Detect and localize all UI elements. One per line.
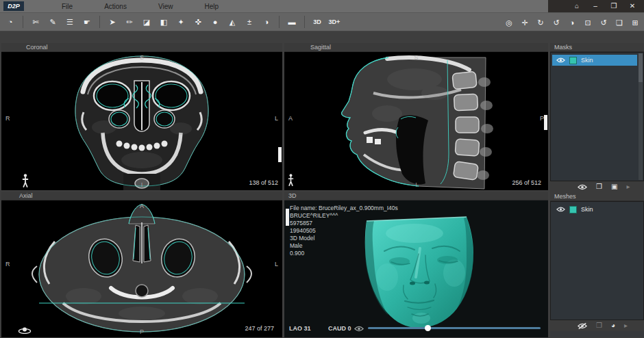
view-3d-add-button[interactable]: 3D+: [327, 16, 341, 28]
meshes-list: Skin: [550, 201, 644, 320]
mask-color-swatch[interactable]: [569, 57, 577, 64]
model-opacity-slider[interactable]: [368, 327, 541, 329]
sagittal-ct-image: [284, 52, 548, 190]
contour-pen-tool-icon[interactable]: ✎: [46, 16, 60, 28]
threshold-seed-tool-icon[interactable]: ◔: [3, 16, 17, 28]
toolbar-separator: [279, 16, 280, 28]
orientation-anterior: A: [288, 115, 293, 122]
magic-wand-tool-icon[interactable]: ✦: [174, 16, 188, 28]
orientation-posterior: P: [140, 328, 144, 335]
home-icon[interactable]: ⌂: [571, 1, 583, 12]
coronal-ct-image: [1, 52, 282, 190]
sagittal-view-title: Sagittal: [310, 44, 331, 51]
visibility-eye-icon[interactable]: [354, 326, 364, 332]
orientation-anterior: A: [140, 203, 144, 209]
orientation-superior: S: [140, 54, 144, 61]
masks-toolbar: ❐ ▣ ▸: [550, 181, 644, 192]
three-d-scrollbar[interactable]: [286, 209, 289, 226]
toolbar-separator: [23, 16, 23, 28]
axial-view-header: Axial: [1, 192, 282, 200]
mesh-item-skin[interactable]: Skin: [552, 204, 637, 215]
scan-file-name: File name: BruceRiley_ax_0.900mm_I40s: [290, 205, 398, 212]
show-mask-eye-icon[interactable]: [578, 184, 587, 190]
view-3d-button[interactable]: 3D: [310, 16, 324, 28]
duplicate-mesh-icon[interactable]: ❐: [596, 320, 602, 331]
menu-file[interactable]: File: [62, 3, 73, 10]
patient-orientation-top-icon: [18, 326, 32, 334]
orientation-left: L: [275, 115, 278, 122]
coronal-slice-scrollbar[interactable]: [278, 147, 282, 162]
axial-slice-counter: 247 of 277: [245, 325, 274, 332]
mesh-visibility-eye-icon[interactable]: [556, 207, 565, 212]
rotate-tool-icon[interactable]: ↻: [534, 16, 547, 29]
app-logo: D2P: [3, 1, 24, 11]
coronal-viewport[interactable]: S R L I 138 of 512: [1, 52, 282, 190]
window-level-tool-icon[interactable]: ◑: [565, 16, 579, 29]
meshes-toolbar: ❐ ◕ ▸: [550, 320, 644, 331]
mask-item-label: Skin: [581, 57, 593, 64]
masks-scrollbar-thumb[interactable]: [639, 53, 643, 82]
axial-viewport[interactable]: A R L P 247 of 277: [1, 200, 282, 337]
main-toolbar: ◔ ✄ ✎ ☰ ☛ ➤ ✏ ◪ ◧ ✦ ✜ ● ◭ ± ◑ ▬ 3D 3D+ ◎…: [0, 12, 644, 31]
sagittal-view-header: Sagittal: [284, 43, 548, 52]
export-mask-icon[interactable]: ▣: [611, 181, 617, 192]
three-d-view-title: 3D: [288, 192, 297, 199]
title-bar: D2P File Actions View Help ⌂ – ❐ ✕: [0, 0, 644, 12]
collapse-tool-icon[interactable]: ▬: [285, 16, 299, 28]
meshes-panel-title: Meshes: [554, 193, 576, 200]
masks-panel-title: Masks: [554, 44, 572, 51]
crop-box-tool-icon[interactable]: ⊡: [581, 16, 595, 29]
sagittal-slice-counter: 256 of 512: [512, 179, 541, 186]
orbit-tool-icon[interactable]: ↺: [549, 16, 563, 29]
layout-grid-icon[interactable]: ⊞: [628, 16, 642, 29]
sagittal-slice-scrollbar[interactable]: [544, 115, 547, 130]
more-meshes-icon[interactable]: ▸: [624, 320, 628, 331]
zoom-tool-icon[interactable]: ◎: [502, 16, 516, 29]
application-window: D2P File Actions View Help ⌂ – ❐ ✕ ◔ ✄ ✎…: [0, 0, 644, 338]
inspect-tool-icon[interactable]: ❏: [612, 16, 626, 29]
axial-view-title: Axial: [19, 192, 33, 199]
duplicate-mask-icon[interactable]: ❐: [596, 181, 602, 192]
mask-item-skin[interactable]: Skin: [552, 55, 637, 66]
pointer-tool-icon[interactable]: ➤: [106, 16, 119, 28]
plus-minus-tool-icon[interactable]: ±: [243, 16, 256, 28]
orientation-right: R: [5, 115, 10, 122]
masks-scrollbar[interactable]: [639, 53, 643, 180]
masks-list: Skin: [550, 52, 644, 181]
threshold-range-tool-icon[interactable]: ◭: [225, 16, 239, 28]
menu-actions[interactable]: Actions: [104, 3, 127, 10]
eraser-tool-icon[interactable]: ◪: [140, 16, 153, 28]
mesh-color-swatch[interactable]: [569, 206, 577, 213]
orientation-left: L: [275, 261, 278, 268]
menu-view[interactable]: View: [158, 3, 173, 10]
rotation-readout: LAO 31: [289, 325, 311, 332]
minimize-button[interactable]: –: [589, 1, 602, 12]
mesh-item-label: Skin: [581, 206, 593, 213]
more-masks-icon[interactable]: ▸: [626, 181, 630, 192]
mask-visibility-eye-icon[interactable]: [556, 57, 565, 63]
sagittal-view: Sagittal: [284, 43, 548, 190]
contrast-tool-icon[interactable]: ◑: [260, 16, 273, 28]
smudge-tool-icon[interactable]: ☛: [80, 16, 94, 28]
three-d-viewport[interactable]: File name: BruceRiley_ax_0.900mm_I40s BR…: [284, 200, 548, 337]
mesh-material-icon[interactable]: ◕: [611, 320, 615, 331]
close-button[interactable]: ✕: [626, 1, 639, 12]
axial-view: Axial: [1, 192, 282, 337]
orientation-inferior: I: [415, 181, 417, 188]
paint-brush-tool-icon[interactable]: ✏: [123, 16, 136, 28]
hide-mesh-eye-off-icon[interactable]: [578, 323, 587, 329]
sagittal-viewport[interactable]: S A P I 256 of 512: [284, 52, 548, 190]
slice-lines-tool-icon[interactable]: ☰: [63, 16, 77, 28]
patient-id: 5975857: [290, 220, 398, 227]
add-seed-tool-icon[interactable]: ✜: [191, 16, 205, 28]
reset-view-icon[interactable]: ↺: [597, 16, 610, 29]
scalpel-tool-icon[interactable]: ✄: [29, 16, 42, 28]
pan-tool-icon[interactable]: ✛: [518, 16, 532, 29]
axial-ct-image: [1, 200, 282, 337]
toolbar-left-group: ◔ ✄ ✎ ☰ ☛ ➤ ✏ ◪ ◧ ✦ ✜ ● ◭ ± ◑ ▬ 3D 3D+: [0, 16, 341, 28]
fill-bucket-tool-icon[interactable]: ◧: [157, 16, 171, 28]
restore-button[interactable]: ❐: [608, 1, 620, 12]
sphere-tool-icon[interactable]: ●: [208, 16, 222, 28]
menu-help[interactable]: Help: [204, 3, 219, 10]
orientation-superior: S: [414, 54, 418, 61]
